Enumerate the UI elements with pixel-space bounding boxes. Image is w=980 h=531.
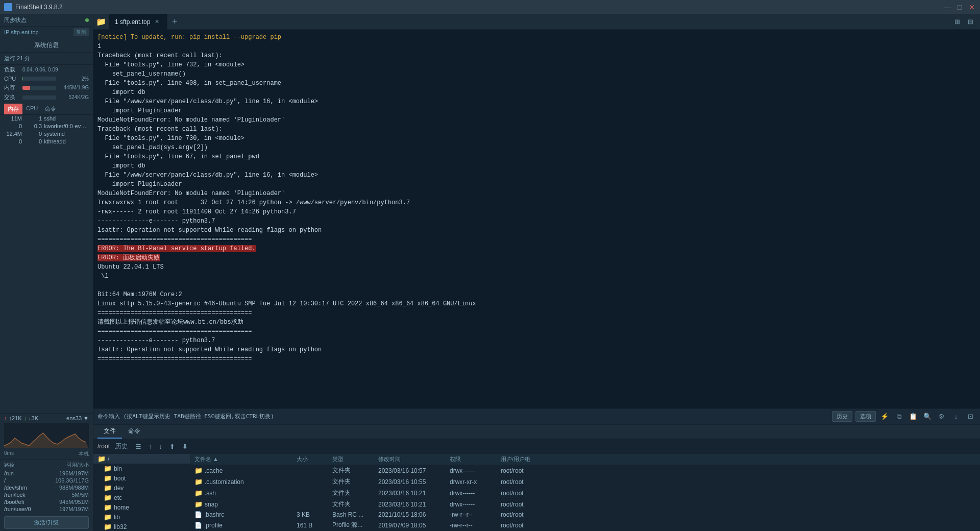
tree-item-root[interactable]: 📁 / [93, 454, 190, 464]
tab-close-button[interactable]: ✕ [153, 18, 161, 26]
history-button[interactable]: 历史 [832, 411, 852, 422]
search-icon[interactable]: 🔍 [922, 411, 933, 422]
proc-name: systemd [44, 131, 89, 137]
tree-item[interactable]: 📁 dev [93, 483, 190, 493]
fm-file-row[interactable]: 📁.ssh 文件夹 2023/03/16 10:21 drwx------ ro… [190, 488, 980, 499]
fm-file-row[interactable]: 📁snap 文件夹 2023/03/16 10:21 drwx------ ro… [190, 499, 980, 510]
fm-file-row[interactable]: 📄.bashrc 3 KB Bash RC ... 2021/10/15 18:… [190, 510, 980, 520]
ip-row: IP sftp.ent.top 复制 [0, 27, 93, 38]
net-x-right: 本机 [79, 450, 89, 457]
main-layout: 同步状态 IP sftp.ent.top 复制 系统信息 运行 21 分 负载 … [0, 14, 980, 531]
mem-row: 内存 445M/1.9G [0, 83, 93, 92]
tab-sftp[interactable]: 1 sftp.ent.top ✕ [109, 14, 167, 30]
tree-item[interactable]: 📁 bin [93, 464, 190, 473]
col-user[interactable]: 用户/用户组 [501, 455, 562, 463]
fm-fileperm: -rw-r--r-- [450, 522, 501, 529]
net-label-row: 0ms 本机 [4, 450, 89, 458]
tree-item[interactable]: 📁 lib32 [93, 522, 190, 531]
tree-item[interactable]: 📁 lib [93, 512, 190, 522]
term-line: ModuleNotFoundError: No module named 'Pl… [97, 189, 976, 198]
fm-fileuser: root/root [501, 522, 562, 529]
expand-icon[interactable]: ⊡ [965, 411, 976, 422]
proc-cpu: 0.3 [24, 123, 42, 129]
proc-tab-cmd[interactable]: 命令 [41, 104, 60, 114]
tree-item-label: home [114, 504, 129, 511]
folder-icon-button[interactable]: 📁 [93, 14, 109, 30]
fm-menu-icon[interactable]: ☰ [133, 442, 143, 451]
tree-item[interactable]: 📁 boot [93, 473, 190, 483]
sidebar: 同步状态 IP sftp.ent.top 复制 系统信息 运行 21 分 负载 … [0, 14, 93, 531]
fm-history-btn[interactable]: 历史 [113, 441, 130, 452]
sidebar-header: 同步状态 [0, 14, 93, 27]
fm-tab-cmd[interactable]: 命令 [122, 425, 146, 439]
proc-row[interactable]: 11M 1 sshd [0, 115, 93, 123]
term-line: File "tools.py", line 732, in <module> [97, 60, 976, 69]
disk-header: 路径 可用/大小 [4, 462, 89, 469]
net-down-value: ↓3K [29, 415, 38, 421]
proc-tab-mem[interactable]: 内存 [4, 104, 22, 114]
settings-icon[interactable]: ⚙ [936, 411, 947, 422]
activate-button[interactable]: 激活/升级 [4, 516, 89, 529]
ip-label: IP sftp.ent.top [4, 29, 39, 35]
fm-file-row[interactable]: 📁.customization 文件夹 2023/03/16 10:55 drw… [190, 476, 980, 488]
mem-bar [22, 86, 30, 90]
col-name[interactable]: 文件名 ▲ [194, 455, 297, 463]
fm-fileuser: root/root [501, 478, 562, 486]
proc-tab-cpu[interactable]: CPU [22, 104, 41, 114]
fm-file-row[interactable]: 📁.cache 文件夹 2023/03/16 10:57 drwx------ … [190, 465, 980, 476]
fm-fileuser: root/root [501, 490, 562, 497]
term-line: --------------e------- python3.7 [97, 336, 976, 345]
maximize-button[interactable]: □ [955, 3, 964, 11]
col-type[interactable]: 类型 [332, 455, 378, 463]
close-button[interactable]: ✕ [968, 3, 976, 11]
proc-row[interactable]: 0 0 kthreadd [0, 138, 93, 146]
net-iface[interactable]: ens33 ▼ [66, 415, 89, 421]
option-button[interactable]: 选项 [855, 411, 876, 422]
col-date[interactable]: 修改时间 [378, 455, 450, 463]
fm-up-icon[interactable]: ↑ [146, 442, 154, 451]
disk-row: /dev/shm 988M/988M [4, 484, 89, 491]
grid-view-icon[interactable]: ⊞ [951, 16, 963, 28]
lightning-icon[interactable]: ⚡ [879, 411, 890, 422]
copy-icon[interactable]: ⧉ [893, 411, 904, 422]
fm-filetype: Bash RC ... [332, 511, 378, 518]
add-tab-button[interactable]: + [167, 15, 182, 29]
tree-item[interactable]: 📁 etc [93, 493, 190, 502]
term-line: lrwxrwxrwx 1 root root 37 Oct 27 14:26 p… [97, 198, 976, 207]
paste-icon[interactable]: 📋 [908, 411, 919, 422]
fm-filedate: 2019/07/09 18:05 [378, 522, 450, 529]
term-separator: ========================================… [97, 354, 976, 364]
fm-filedate: 2023/03/16 10:55 [378, 478, 450, 486]
fm-tab-files[interactable]: 文件 [97, 425, 122, 439]
tree-item[interactable]: 📁 home [93, 502, 190, 512]
tree-item-label: dev [114, 485, 124, 492]
fm-toolbar: /root 历史 ☰ ↑ ↓ ⬆ ⬇ [93, 439, 980, 454]
svg-marker-0 [4, 433, 89, 448]
fm-filename: 📄.profile [194, 522, 297, 529]
mem-size: 445M/1.9G [58, 85, 89, 90]
swap-label: 交换 [4, 93, 20, 101]
disk-size: 196M/197M [59, 470, 89, 476]
disk-size: 5M/5M [71, 492, 89, 498]
fm-fileuser: root/root [501, 511, 562, 518]
download-icon[interactable]: ↓ [950, 411, 962, 422]
folder-icon: 📁 [104, 474, 112, 482]
copy-button[interactable]: 复制 [74, 28, 89, 36]
proc-row[interactable]: 12.4M 0 systemd [0, 130, 93, 138]
split-view-icon[interactable]: ⊟ [965, 16, 976, 28]
fm-download-icon[interactable]: ⬇ [180, 442, 190, 451]
proc-row[interactable]: 0 0.3 kworker/0:0-events [0, 123, 93, 130]
term-input-prompt[interactable]: 命令输入 (按ALT键显示历史 TAB键路径 ESC键返回,双击CTRL切换) [97, 413, 829, 420]
term-line: File "tools.py", line 730, in <module> [97, 134, 976, 143]
cpu-bar [22, 77, 23, 81]
sys-info-title: 系统信息 [0, 38, 93, 53]
col-perm[interactable]: 权限 [450, 455, 501, 463]
fm-tabs: 文件 命令 [93, 425, 980, 439]
fm-down-icon[interactable]: ↓ [157, 442, 165, 451]
minimize-button[interactable]: — [943, 3, 951, 11]
fm-fileperm: drwx------ [450, 467, 501, 474]
col-size[interactable]: 大小 [297, 455, 332, 463]
fm-upload-icon[interactable]: ⬆ [167, 442, 177, 451]
terminal[interactable]: [notice] To update, run: pip install --u… [93, 30, 980, 408]
fm-file-row[interactable]: 📄.profile 161 B Profile 源... 2019/07/09 … [190, 520, 980, 531]
